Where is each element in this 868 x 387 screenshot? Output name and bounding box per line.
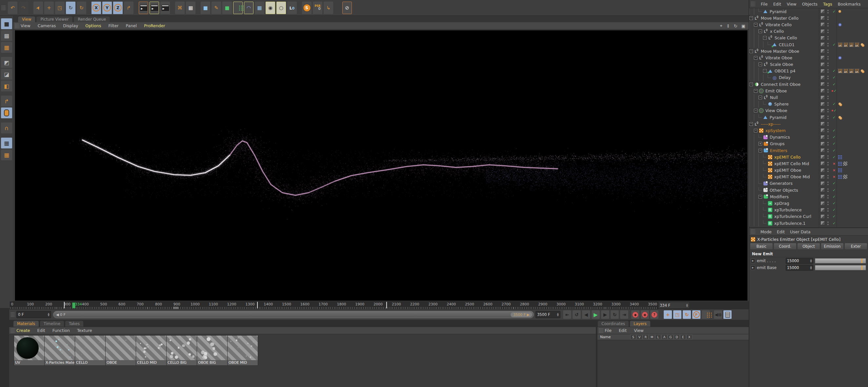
visibility-dots[interactable] xyxy=(827,142,829,146)
layers-menu-file[interactable]: File xyxy=(605,328,612,333)
range-end-spinner[interactable]: 3500 F ▲▼ xyxy=(535,311,560,318)
tab-coordinates[interactable]: Coordinates xyxy=(597,321,629,327)
material-oboe-mid[interactable]: OBOE MID xyxy=(227,335,258,366)
lock-x-axis-button[interactable]: X xyxy=(91,1,101,14)
layer-swatch[interactable] xyxy=(820,22,825,27)
visibility-dots[interactable] xyxy=(827,23,829,27)
material-oboe[interactable]: OBOE xyxy=(105,335,136,366)
enable-cell[interactable]: × xyxy=(831,168,837,172)
attributes-menu-user-data[interactable]: User Data xyxy=(790,229,810,234)
layer-swatch[interactable] xyxy=(820,141,825,146)
balls-tag[interactable] xyxy=(838,102,842,106)
layer-swatch[interactable] xyxy=(820,49,825,54)
visibility-dots[interactable] xyxy=(827,175,829,179)
layers-column-e[interactable]: E xyxy=(680,334,686,340)
enable-cell[interactable]: ✓ xyxy=(831,221,837,225)
visibility-dots[interactable] xyxy=(827,30,829,33)
collapse-icon[interactable]: − xyxy=(749,17,753,20)
xpresso-tag[interactable]: aX xyxy=(849,42,854,47)
tab-layers[interactable]: Layers xyxy=(630,321,651,327)
workplane-mode-button[interactable]: ▦ xyxy=(1,42,12,53)
display-tag[interactable] xyxy=(843,174,848,179)
layers-column-a[interactable]: A xyxy=(661,334,667,340)
collapse-icon[interactable]: − xyxy=(754,129,757,132)
viewport-menu-filter[interactable]: Filter xyxy=(108,23,119,28)
keyframe-rotation-toggle[interactable]: ↻ xyxy=(682,310,691,319)
layer-swatch[interactable] xyxy=(820,208,825,212)
enable-cell[interactable]: ✓ xyxy=(831,75,837,79)
tree-row-emit-oboe[interactable]: −Emit Oboe✓ xyxy=(749,88,868,94)
rotate-view-icon[interactable]: ↻ xyxy=(734,24,738,29)
layers-column-s[interactable]: S xyxy=(630,334,636,340)
layer-swatch[interactable] xyxy=(820,168,825,173)
attributes-menu-mode[interactable]: Mode xyxy=(761,229,772,234)
tree-row-xpsystem[interactable]: −xpSystem✓ xyxy=(749,127,868,134)
balls-tag[interactable] xyxy=(838,115,842,120)
slider-handle[interactable] xyxy=(862,265,862,270)
enable-cell[interactable]: ✓ xyxy=(831,214,837,219)
visibility-dots[interactable] xyxy=(827,63,829,66)
play-preview-button[interactable]: ↻ xyxy=(610,310,619,319)
materials-menu-edit[interactable]: Edit xyxy=(37,328,45,333)
enable-cell[interactable]: ✓ xyxy=(831,9,837,14)
goto-end-button[interactable]: ⇥ xyxy=(620,310,629,319)
expand-icon[interactable]: + xyxy=(758,142,762,146)
render-settings-button[interactable]: ▶ xyxy=(160,1,170,14)
visibility-dots[interactable] xyxy=(827,56,829,60)
attribute-tab-emission[interactable]: Emission xyxy=(821,243,844,250)
visibility-dots[interactable] xyxy=(827,149,829,152)
record-active-objects-button[interactable]: ◆ xyxy=(631,310,640,319)
spinner-arrows-icon[interactable]: ▲▼ xyxy=(810,266,812,270)
render-view-button[interactable]: ▶ xyxy=(138,1,149,14)
collapse-icon[interactable]: − xyxy=(758,195,762,199)
viewport-menu-options[interactable]: Options xyxy=(85,23,101,28)
redo-button[interactable]: ↷ xyxy=(18,1,29,14)
preview-range-slider[interactable]: ◀ 0 F 3500 F ▶ xyxy=(53,311,534,318)
materials-menu-function[interactable]: Function xyxy=(53,328,70,333)
visibility-dots[interactable] xyxy=(827,162,829,165)
range-start-spinner[interactable]: 0 F ▲▼ xyxy=(17,311,51,318)
keyframe-selection-button[interactable]: ? xyxy=(650,310,659,319)
goto-start-button[interactable]: ⇤ xyxy=(563,310,571,319)
visibility-dots[interactable] xyxy=(827,122,829,126)
coordinate-system-button[interactable]: ↱ xyxy=(124,1,134,14)
command-palette-button[interactable]: ⌘ xyxy=(175,1,185,14)
visibility-dots[interactable] xyxy=(827,43,829,46)
layers-menu-edit[interactable]: Edit xyxy=(619,328,627,333)
scale-tool[interactable]: ◳ xyxy=(55,1,65,14)
previous-frame-button[interactable]: ◀ xyxy=(582,310,591,319)
xpresso-tag[interactable]: aX xyxy=(843,68,848,73)
tree-row-oboe1-p4[interactable]: −aOBOE1 p4✓aXaXaXaX xyxy=(749,68,868,74)
om-menu-file[interactable]: File xyxy=(761,2,768,6)
enable-cell[interactable]: ✓ xyxy=(831,149,837,153)
om-menu-objects[interactable]: Objects xyxy=(802,2,817,6)
collapse-icon[interactable]: − xyxy=(758,96,762,99)
play-backwards-button[interactable]: ↺ xyxy=(572,310,581,319)
display-tag[interactable] xyxy=(843,161,848,166)
psr-reset-button[interactable]: PSR0 xyxy=(312,1,323,14)
tree-row-xpturbulence[interactable]: ((xpTurbulence✓ xyxy=(749,207,868,213)
tree-row-move-master-oboe[interactable]: −L0Move Master Oboe xyxy=(749,48,868,55)
layer-swatch[interactable] xyxy=(820,102,825,106)
om-menu-tags[interactable]: Tags xyxy=(823,2,832,6)
zoom-view-icon[interactable]: ↕ xyxy=(726,24,730,29)
object-manager-grip[interactable] xyxy=(751,1,755,6)
enable-cell[interactable]: ✓ xyxy=(831,69,837,73)
layers-column-m[interactable]: M xyxy=(649,334,655,340)
collapse-icon[interactable]: − xyxy=(754,56,757,60)
layer-swatch[interactable] xyxy=(820,194,825,199)
balls-tag[interactable] xyxy=(860,42,864,47)
tree-row-other-objects[interactable]: Other Objects✓ xyxy=(749,187,868,193)
visibility-dots[interactable] xyxy=(827,188,829,192)
current-frame-spinner[interactable]: 334 F ▲▼ xyxy=(658,302,690,309)
coordinates-tool-button[interactable]: ↳ xyxy=(323,1,334,14)
layer-swatch[interactable] xyxy=(820,115,825,120)
layer-swatch[interactable] xyxy=(820,188,825,192)
collapse-icon[interactable]: − xyxy=(754,109,757,112)
slider-handle[interactable] xyxy=(862,259,862,263)
layer-swatch[interactable] xyxy=(820,128,825,133)
layer-swatch[interactable] xyxy=(820,62,825,67)
live-selection-tool[interactable]: ➤ xyxy=(33,1,43,14)
spline-pen-button[interactable]: ✎ xyxy=(211,1,221,14)
visibility-dots[interactable] xyxy=(827,96,829,99)
